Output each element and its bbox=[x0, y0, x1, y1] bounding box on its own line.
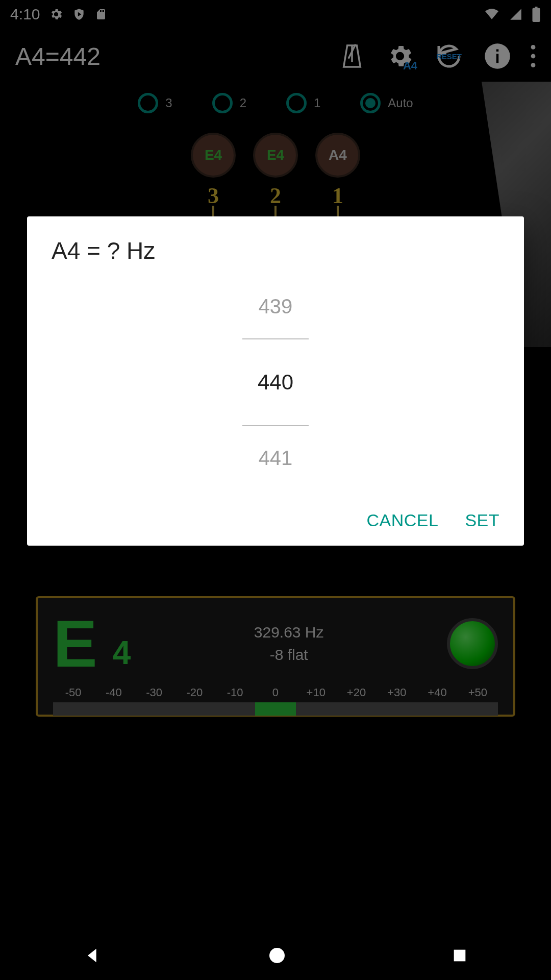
picker-divider-bottom bbox=[242, 425, 309, 426]
system-nav-bar bbox=[0, 931, 551, 980]
a4-frequency-dialog: A4 = ? Hz 439 440 441 CANCEL SET bbox=[27, 216, 524, 546]
number-picker[interactable]: 439 440 441 bbox=[52, 295, 499, 470]
svg-rect-7 bbox=[454, 950, 466, 962]
picker-divider-top bbox=[242, 338, 309, 339]
picker-current-value[interactable]: 440 bbox=[258, 360, 293, 405]
back-icon[interactable] bbox=[83, 945, 103, 966]
set-button[interactable]: SET bbox=[465, 510, 499, 530]
recents-icon[interactable] bbox=[451, 947, 468, 964]
svg-point-6 bbox=[269, 948, 285, 963]
picker-next-value[interactable]: 441 bbox=[259, 447, 293, 470]
cancel-button[interactable]: CANCEL bbox=[366, 510, 438, 530]
home-icon[interactable] bbox=[268, 946, 286, 965]
dialog-title: A4 = ? Hz bbox=[52, 237, 499, 264]
picker-prev-value[interactable]: 439 bbox=[259, 295, 293, 318]
